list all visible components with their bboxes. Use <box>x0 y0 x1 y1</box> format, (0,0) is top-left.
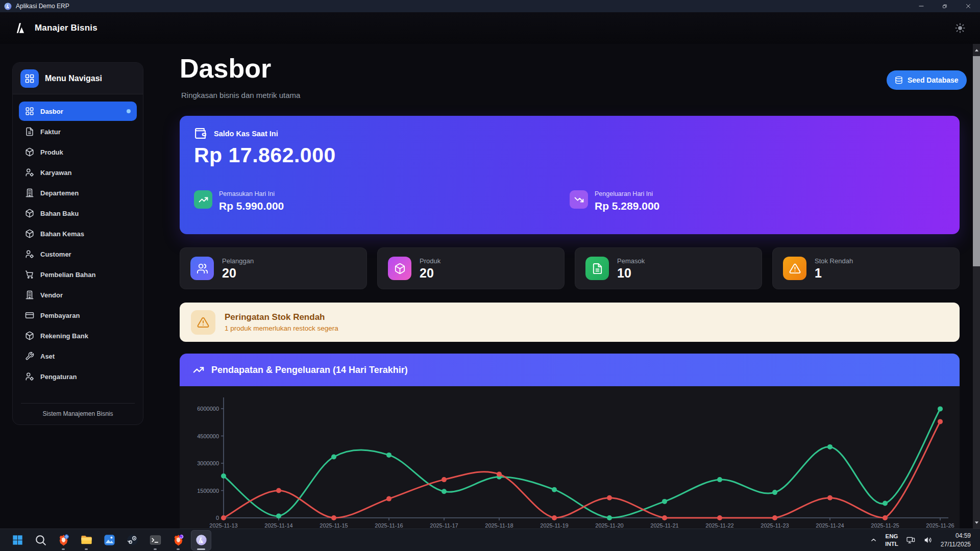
sidebar-item-rekening-bank[interactable]: Rekening Bank <box>19 326 137 345</box>
sidebar-item-vendor[interactable]: Vendor <box>19 285 137 305</box>
seed-database-button[interactable]: Seed Database <box>887 70 967 90</box>
vertical-scrollbar[interactable] <box>973 44 980 529</box>
sidebar: Menu Navigasi DasborFakturProdukKaryawan… <box>12 62 143 425</box>
window-title: Aplikasi Demo ERP <box>16 3 69 10</box>
low-stock-alert: Peringatan Stok Rendah 1 produk memerluk… <box>180 303 960 342</box>
user-gear-icon <box>25 168 34 177</box>
restore-button[interactable] <box>933 0 957 12</box>
package-icon <box>388 257 411 280</box>
sidebar-item-bahan-kemas[interactable]: Bahan Kemas <box>19 224 137 243</box>
chart-header: Pendapatan & Pengeluaran (14 Hari Terakh… <box>180 354 960 386</box>
trend-down-icon <box>570 190 588 209</box>
scrollbar-thumb[interactable] <box>973 56 980 266</box>
running-indicator <box>62 548 65 550</box>
grid-icon <box>25 107 34 116</box>
running-indicator <box>85 548 88 550</box>
trend-up-icon <box>194 190 212 209</box>
taskbar-button-steam[interactable] <box>122 530 142 550</box>
running-indicator <box>197 548 205 550</box>
building-icon <box>25 290 34 299</box>
stat-value: 1 <box>815 267 853 280</box>
stat-card-produk: Produk20 <box>377 247 565 289</box>
close-button[interactable] <box>957 0 980 12</box>
steam-icon <box>126 534 139 546</box>
brand-name: Manajer Bisnis <box>35 23 97 33</box>
taskbar-button-photos[interactable] <box>99 530 119 550</box>
revenue-expense-chart[interactable]: 015000003000000450000060000002025-11-132… <box>180 389 960 529</box>
sidebar-item-pembelian-bahan[interactable]: Pembelian Bahan <box>19 265 137 284</box>
volume-icon[interactable] <box>923 535 933 545</box>
cart-icon <box>25 270 34 279</box>
sun-icon <box>954 22 966 34</box>
sidebar-item-produk[interactable]: Produk <box>19 142 137 162</box>
sidebar-item-label: Pembayaran <box>40 312 80 319</box>
warning-icon <box>783 257 806 280</box>
sidebar-item-karyawan[interactable]: Karyawan <box>19 163 137 182</box>
sidebar-item-label: Departemen <box>40 189 79 197</box>
brave-icon <box>57 534 70 546</box>
taskbar-button-brave[interactable] <box>53 530 74 550</box>
system-tray: ENG INTL 04:59 27/11/2025 <box>870 532 975 548</box>
package-icon <box>25 229 34 238</box>
stat-label: Pemasok <box>617 257 645 265</box>
taskbar: ENG INTL 04:59 27/11/2025 <box>0 529 980 551</box>
svg-text:2025-11-26: 2025-11-26 <box>926 522 954 529</box>
app-window-icon <box>4 3 12 10</box>
sidebar-item-faktur[interactable]: Faktur <box>19 122 137 141</box>
cash-balance-label: Saldo Kas Saat Ini <box>214 130 278 138</box>
taskbar-button-folder[interactable] <box>76 530 96 550</box>
svg-text:2025-11-15: 2025-11-15 <box>320 522 348 529</box>
taskbar-button-start[interactable] <box>7 530 28 550</box>
svg-text:2025-11-19: 2025-11-19 <box>540 522 568 529</box>
sidebar-item-customer[interactable]: Customer <box>19 244 137 264</box>
cash-balance-value: Rp 17.862.000 <box>194 143 336 167</box>
theme-toggle-button[interactable] <box>954 22 966 34</box>
revenue-chart-card: Pendapatan & Pengeluaran (14 Hari Terakh… <box>180 354 960 529</box>
sidebar-item-dasbor[interactable]: Dasbor <box>19 102 137 121</box>
language-indicator[interactable]: ENG INTL <box>885 533 898 548</box>
sidebar-item-pengaturan[interactable]: Pengaturan <box>19 367 137 386</box>
user-gear-icon <box>25 372 34 381</box>
sidebar-item-pembayaran[interactable]: Pembayaran <box>19 306 137 325</box>
sidebar-item-label: Dasbor <box>40 108 63 115</box>
svg-text:2025-11-13: 2025-11-13 <box>209 522 237 529</box>
taskbar-button-brave-nightly[interactable] <box>168 530 188 550</box>
sidebar-item-bahan-baku[interactable]: Bahan Baku <box>19 204 137 223</box>
svg-text:4500000: 4500000 <box>197 433 219 439</box>
stat-label: Pelanggan <box>222 257 254 265</box>
page-subtitle: Ringkasan bisnis dan metrik utama <box>181 91 300 99</box>
restore-icon <box>941 3 948 10</box>
taskbar-button-terminal[interactable] <box>145 530 165 550</box>
clock[interactable]: 04:59 27/11/2025 <box>941 532 971 548</box>
sidebar-menu: DasborFakturProdukKaryawanDepartemenBaha… <box>13 94 143 399</box>
user-gear-icon <box>25 249 34 259</box>
start-icon <box>11 534 24 546</box>
tray-chevron-up-icon[interactable] <box>870 536 877 544</box>
scroll-down-arrow-icon[interactable] <box>973 519 980 526</box>
alert-title: Peringatan Stok Rendah <box>225 312 338 322</box>
scroll-up-arrow-icon[interactable] <box>973 46 980 54</box>
stat-value: 20 <box>420 267 440 280</box>
network-icon[interactable] <box>906 535 916 545</box>
sidebar-item-label: Bahan Baku <box>40 210 79 217</box>
expense-label: Pengeluaran Hari Ini <box>595 190 659 197</box>
taskbar-button-search[interactable] <box>30 530 51 550</box>
svg-text:2025-11-14: 2025-11-14 <box>264 522 292 529</box>
brave-nightly-icon <box>172 534 185 546</box>
daily-flows: Pemasukan Hari Ini Rp 5.990.000 Pengelua… <box>194 190 945 212</box>
taskbar-button-erp-app[interactable] <box>191 530 211 550</box>
page-title: Dasbor <box>180 53 271 84</box>
svg-text:2025-11-24: 2025-11-24 <box>816 522 844 529</box>
sidebar-item-label: Rekening Bank <box>40 332 88 340</box>
sidebar-item-departemen[interactable]: Departemen <box>19 183 137 203</box>
terminal-icon <box>149 534 162 546</box>
language-line2: INTL <box>885 541 898 547</box>
stat-card-pelanggan: Pelanggan20 <box>180 247 367 289</box>
sidebar-item-aset[interactable]: Aset <box>19 346 137 366</box>
cash-balance-card: Saldo Kas Saat Ini Rp 17.862.000 Pemasuk… <box>180 116 960 234</box>
taskbar-apps <box>7 530 211 550</box>
stat-value: 20 <box>222 267 254 280</box>
main-workspace: Menu Navigasi DasborFakturProdukKaryawan… <box>0 44 980 529</box>
sidebar-item-label: Pengaturan <box>40 373 77 381</box>
minimize-button[interactable] <box>910 0 933 12</box>
